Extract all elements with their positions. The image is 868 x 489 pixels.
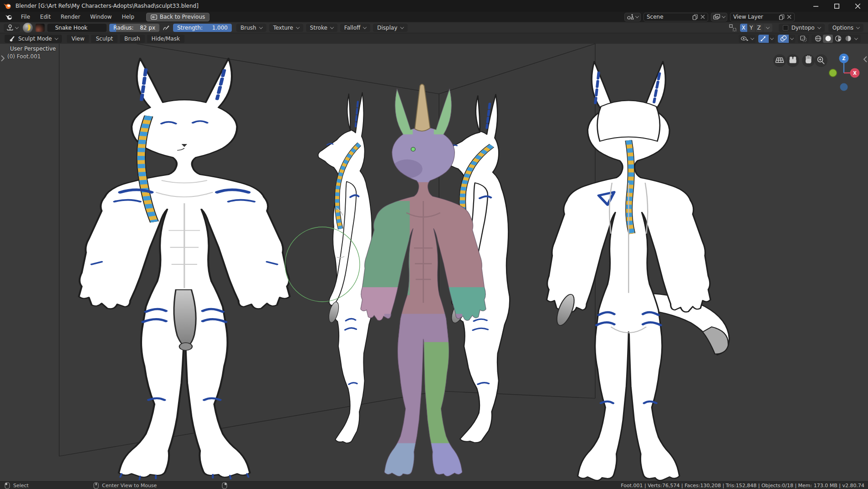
radius-slider[interactable]: Radius: 82 px bbox=[109, 24, 159, 32]
chevron-down-icon bbox=[296, 25, 299, 29]
options-dropdown[interactable]: Options bbox=[828, 24, 863, 32]
chevron-down-icon bbox=[790, 36, 794, 40]
status-rmb-hint bbox=[222, 482, 227, 489]
dyntopo-checkbox[interactable] bbox=[783, 25, 788, 31]
shading-rendered-button[interactable] bbox=[843, 35, 853, 43]
view-layer-icon bbox=[713, 14, 720, 20]
viewport-menu-view[interactable]: View bbox=[67, 35, 89, 43]
title-bar: Blender [G:\Art Refs\My Characters-Adopt… bbox=[0, 0, 868, 12]
new-view-layer-icon[interactable] bbox=[779, 14, 785, 20]
chevron-down-icon bbox=[856, 25, 860, 29]
symmetry-x-toggle[interactable]: X bbox=[740, 24, 748, 32]
strength-value: 1.000 bbox=[212, 25, 228, 31]
gizmo-dropdown[interactable] bbox=[769, 35, 775, 43]
shading-solid-button[interactable] bbox=[823, 35, 833, 43]
symmetry-dropdown[interactable] bbox=[763, 24, 772, 32]
mode-label: Sculpt Mode bbox=[18, 36, 52, 42]
menu-help[interactable]: Help bbox=[117, 13, 138, 21]
chevron-down-icon bbox=[770, 36, 774, 40]
scene-type-dropdown[interactable] bbox=[624, 13, 641, 21]
chevron-down-icon bbox=[15, 25, 19, 29]
falloff-panel-label: Falloff bbox=[344, 25, 360, 31]
viewport-header-right bbox=[739, 35, 861, 43]
status-select-hint: Select bbox=[5, 482, 29, 489]
top-menu-bar: File Edit Render Window Help Back to Pre… bbox=[0, 12, 868, 22]
view-layer-name-field[interactable]: View Layer bbox=[730, 13, 795, 21]
wireframe-shading-icon bbox=[815, 35, 822, 42]
brush-name-field[interactable]: Snake Hook bbox=[47, 24, 107, 32]
object-visibility-dropdown[interactable] bbox=[739, 35, 756, 43]
overlays-dropdown[interactable] bbox=[789, 35, 795, 43]
show-overlays-toggle[interactable] bbox=[778, 35, 789, 43]
chevron-down-icon bbox=[259, 25, 262, 29]
chevron-down-icon bbox=[330, 25, 334, 29]
strength-slider[interactable]: Strength: 1.000 bbox=[173, 24, 232, 32]
scene-name-field[interactable]: Scene bbox=[643, 13, 708, 21]
unlink-scene-icon[interactable] bbox=[700, 15, 705, 19]
active-tool-selector[interactable] bbox=[4, 24, 20, 32]
display-panel-dropdown[interactable]: Display bbox=[373, 24, 407, 32]
axis-x-label: X bbox=[853, 71, 857, 76]
shading-mode-group bbox=[812, 35, 861, 43]
viewport-menu-brush[interactable]: Brush bbox=[120, 35, 145, 43]
chevron-down-icon bbox=[854, 36, 858, 40]
maximize-button[interactable] bbox=[826, 0, 847, 12]
view-layer-type-dropdown[interactable] bbox=[711, 13, 727, 21]
gizmo-icon bbox=[760, 35, 767, 42]
shading-wireframe-button[interactable] bbox=[813, 35, 823, 43]
dyntopo-dropdown[interactable]: Dyntopo bbox=[779, 24, 825, 32]
show-gizmo-toggle[interactable] bbox=[758, 35, 769, 43]
mouse-middle-icon bbox=[93, 482, 99, 489]
back-to-previous-button[interactable]: Back to Previous bbox=[146, 13, 210, 21]
shading-material-button[interactable] bbox=[833, 35, 843, 43]
brush-name: Snake Hook bbox=[55, 25, 87, 31]
viewport-3d: Z X User Perspective (0) Foot.001 bbox=[0, 44, 868, 481]
eye-pointer-icon bbox=[740, 36, 749, 42]
menu-window[interactable]: Window bbox=[86, 13, 116, 21]
pressure-sensitivity-icon[interactable] bbox=[162, 24, 170, 31]
xray-toggle[interactable] bbox=[798, 35, 809, 43]
zoom-view-button[interactable] bbox=[815, 54, 827, 67]
toggle-perspective-button[interactable] bbox=[773, 54, 786, 67]
perspective-label: User Perspective bbox=[10, 46, 56, 52]
menu-file[interactable]: File bbox=[16, 13, 35, 21]
menu-edit[interactable]: Edit bbox=[36, 13, 55, 21]
remove-view-layer-icon[interactable] bbox=[787, 15, 791, 19]
axis-neg-z-ball bbox=[840, 83, 848, 91]
brush-preview-icon[interactable] bbox=[23, 23, 33, 33]
tool-settings-bar: Snake Hook Radius: 82 px Strength: 1.000… bbox=[0, 22, 868, 33]
stroke-panel-dropdown[interactable]: Stroke bbox=[306, 24, 337, 32]
brush-texture-thumbnail[interactable] bbox=[36, 24, 45, 32]
menu-render[interactable]: Render bbox=[56, 13, 85, 21]
overlays-toggle-group bbox=[778, 35, 795, 43]
pan-view-button[interactable] bbox=[802, 54, 815, 67]
viewport-3d-canvas[interactable]: Z X bbox=[0, 44, 868, 481]
sidebar-expand-arrow[interactable] bbox=[864, 57, 867, 62]
options-label: Options bbox=[832, 25, 853, 31]
model-horn bbox=[415, 84, 430, 131]
back-arrow-icon bbox=[151, 15, 157, 20]
symmetry-z-toggle[interactable]: Z bbox=[756, 24, 763, 32]
close-button[interactable] bbox=[847, 0, 868, 12]
stroke-panel-label: Stroke bbox=[310, 25, 327, 31]
symmetry-y-toggle[interactable]: Y bbox=[748, 24, 756, 32]
brush-panel-label: Brush bbox=[240, 25, 256, 31]
viewport-menu-hide-mask[interactable]: Hide/Mask bbox=[147, 35, 184, 43]
symmetry-axis-toggle: X Y Z bbox=[740, 24, 772, 32]
navigation-axis-gizmo[interactable]: Z X bbox=[829, 54, 860, 91]
mouse-right-icon bbox=[222, 482, 227, 489]
viewport-menu-sculpt[interactable]: Sculpt bbox=[91, 35, 117, 43]
mode-selector[interactable]: Sculpt Mode bbox=[5, 35, 62, 43]
overlays-icon bbox=[780, 35, 787, 42]
toggle-camera-view-button[interactable] bbox=[786, 54, 799, 67]
view-layer-name: View Layer bbox=[733, 14, 776, 20]
toolbar-expand-arrow[interactable] bbox=[1, 56, 4, 61]
chevron-down-icon bbox=[751, 36, 754, 40]
scene-statistics: Foot.001 | Verts:76,574 | Faces:130,208 … bbox=[621, 482, 864, 489]
brush-panel-dropdown[interactable]: Brush bbox=[236, 24, 266, 32]
falloff-panel-dropdown[interactable]: Falloff bbox=[340, 24, 370, 32]
texture-panel-dropdown[interactable]: Texture bbox=[269, 24, 303, 32]
minimize-button[interactable] bbox=[805, 0, 826, 12]
new-scene-icon[interactable] bbox=[692, 14, 698, 20]
blender-app-icon[interactable] bbox=[3, 14, 15, 20]
